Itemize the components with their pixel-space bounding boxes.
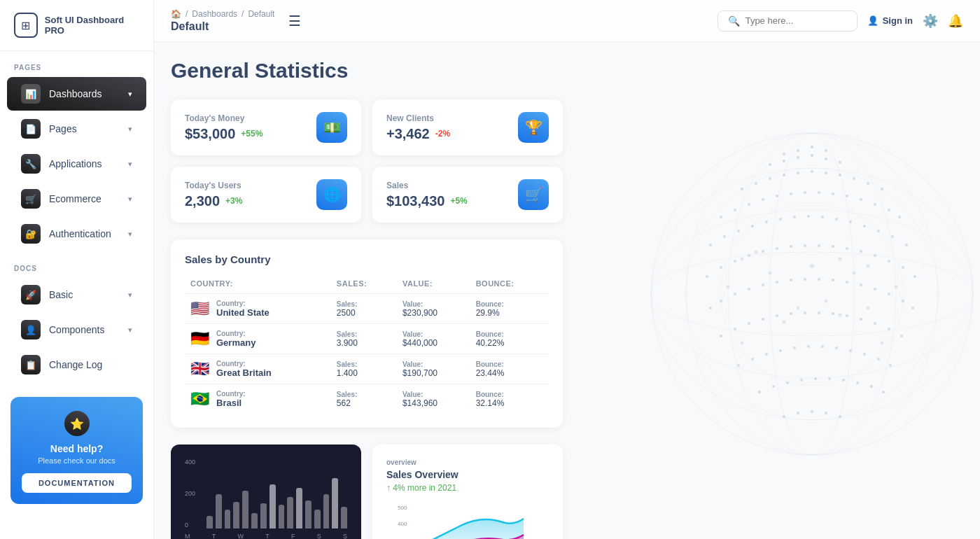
svg-point-92 — [734, 328, 736, 330]
svg-point-4 — [651, 210, 973, 378]
breadcrumb-section[interactable]: Dashboards — [192, 9, 237, 19]
sidebar-item-applications[interactable]: 🔧 Applications ▾ — [7, 147, 146, 181]
svg-point-58 — [905, 244, 908, 246]
documentation-button[interactable]: DOCUMENTATION — [22, 473, 132, 493]
svg-point-143 — [867, 307, 870, 310]
topbar: 🏠 / Dashboards / Default Default ☰ 🔍 👤 S… — [154, 0, 980, 42]
stats-grid: Today's Money $53,000 +55% 💵 New Clients… — [171, 99, 563, 223]
bottom-charts: 400 200 0 MTW TFS S overview Sales — [171, 444, 563, 539]
bar-6 — [260, 503, 267, 528]
country-value-cell-1: Value: $440,000 — [397, 324, 470, 354]
svg-point-26 — [839, 174, 841, 176]
help-subtitle: Please check our docs — [22, 456, 132, 465]
svg-point-142 — [839, 314, 842, 317]
country-name-cell-1: 🇩🇪 Country: Germany — [185, 324, 331, 354]
sidebar-icon-components: 👤 — [21, 320, 41, 340]
svg-point-121 — [814, 377, 817, 380]
svg-point-63 — [762, 250, 764, 253]
svg-point-130 — [825, 412, 827, 414]
sales-overview-subtitle: ↑ 4% more in 2021 — [386, 483, 549, 493]
sidebar-icon-authentication: 🔐 — [21, 224, 41, 244]
sidebar-label-dashboards: Dashboards — [49, 88, 102, 99]
country-flag-0: 🇺🇸 — [190, 300, 209, 318]
svg-point-135 — [839, 258, 842, 261]
svg-point-128 — [797, 412, 799, 414]
svg-point-8 — [686, 133, 938, 455]
svg-point-19 — [741, 188, 743, 190]
search-icon: 🔍 — [728, 15, 740, 27]
breadcrumb-sep1: / — [186, 9, 188, 19]
sidebar-label-components: Components — [49, 324, 104, 335]
bar-1 — [216, 494, 222, 529]
sidebar-label-applications: Applications — [49, 158, 102, 169]
stat-info-0: Today's Money $53,000 +55% — [185, 113, 262, 142]
sidebar-label-changelog: Change Log — [49, 359, 102, 370]
country-flag-1: 🇩🇪 — [190, 330, 209, 348]
svg-point-115 — [877, 358, 880, 360]
sign-in-button[interactable]: 👤 Sign in — [867, 15, 913, 26]
settings-icon[interactable]: ⚙️ — [923, 13, 938, 29]
svg-point-61 — [734, 260, 736, 262]
search-box[interactable]: 🔍 — [718, 10, 858, 31]
bar-chart — [206, 458, 347, 528]
hamburger-icon[interactable]: ☰ — [288, 13, 301, 29]
svg-point-5 — [651, 168, 973, 420]
svg-point-69 — [846, 247, 848, 250]
notifications-icon[interactable]: 🔔 — [948, 13, 963, 29]
sidebar-icon-ecommerce: 🛒 — [21, 189, 41, 209]
svg-point-47 — [751, 225, 754, 227]
chevron-down-icon: ▾ — [128, 230, 132, 239]
chevron-down-icon: ▾ — [128, 326, 132, 335]
sidebar-item-pages[interactable]: 📄 Pages ▾ — [7, 112, 146, 146]
help-star-icon: ⭐ — [64, 411, 90, 436]
stat-change-2: +3% — [225, 196, 242, 206]
sidebar-item-basic[interactable]: 🚀 Basic ▾ — [7, 278, 146, 312]
sidebar-item-components[interactable]: 👤 Components ▾ — [7, 313, 146, 346]
stat-label-1: New Clients — [386, 113, 450, 123]
svg-point-109 — [793, 346, 796, 349]
user-icon: 👤 — [867, 15, 878, 26]
svg-point-33 — [762, 198, 764, 201]
svg-point-97 — [804, 312, 806, 314]
svg-point-18 — [839, 161, 841, 164]
breadcrumb-path: 🏠 / Dashboards / Default — [171, 9, 274, 19]
svg-point-114 — [863, 353, 866, 356]
svg-point-85 — [846, 281, 848, 284]
bar-15 — [341, 507, 347, 529]
svg-text:500: 500 — [398, 505, 407, 511]
chevron-down-icon: ▾ — [128, 195, 132, 204]
sidebar-item-authentication[interactable]: 🔐 Authentication ▾ — [7, 217, 146, 251]
bar-chart-card: 400 200 0 MTW TFS S — [171, 444, 361, 539]
sidebar-item-changelog[interactable]: 📋 Change Log — [7, 348, 146, 382]
bar-chart-x-labels: MTW TFS S — [185, 533, 347, 539]
svg-point-78 — [748, 288, 750, 290]
svg-point-35 — [790, 192, 792, 195]
country-value-cell-0: Value: $230,900 — [397, 294, 470, 324]
country-col-value: Value: — [397, 276, 470, 294]
search-input[interactable] — [746, 15, 847, 26]
bar-2 — [225, 510, 231, 528]
country-name-cell-3: 🇧🇷 Country: Brasil — [185, 384, 331, 414]
bar-12 — [314, 510, 321, 528]
help-title: Need help? — [22, 443, 132, 454]
stat-icon-1: 🏆 — [518, 112, 549, 143]
bar-14 — [332, 478, 338, 528]
svg-point-94 — [762, 318, 764, 321]
svg-point-56 — [877, 230, 880, 232]
svg-point-103 — [888, 328, 890, 330]
sidebar: ⊞ Soft UI Dashboard PRO PAGES 📊 Dashboar… — [0, 0, 154, 539]
stat-value-1: +3,462 -2% — [386, 126, 450, 142]
bar-13 — [323, 494, 330, 529]
stat-icon-2: 🌐 — [316, 179, 347, 210]
svg-point-46 — [737, 230, 740, 232]
sales-overview-label: overview — [386, 458, 549, 466]
country-table: Country:Sales:Value:Bounce: 🇺🇸 Country: … — [185, 276, 549, 414]
sidebar-item-ecommerce[interactable]: 🛒 Ecommerce ▾ — [7, 182, 146, 216]
country-row-2: 🇬🇧 Country: Great Britain Sales: 1.400 V… — [185, 354, 549, 384]
svg-point-28 — [867, 182, 869, 185]
sidebar-item-dashboards[interactable]: 📊 Dashboards ▾ — [7, 77, 146, 111]
svg-point-37 — [818, 191, 820, 194]
svg-point-77 — [734, 293, 736, 295]
svg-point-76 — [720, 300, 722, 302]
svg-point-42 — [888, 209, 890, 211]
